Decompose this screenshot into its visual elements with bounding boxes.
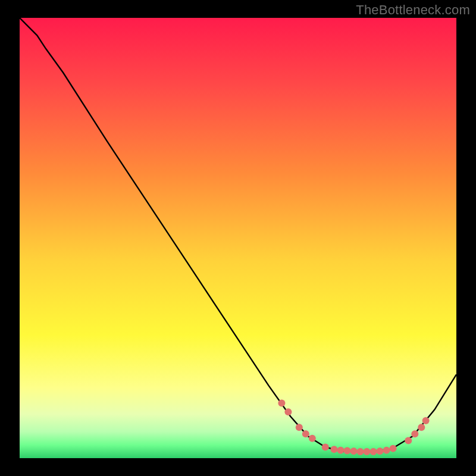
data-point xyxy=(405,437,412,444)
data-point xyxy=(322,444,329,451)
data-point xyxy=(337,447,345,454)
data-point xyxy=(383,447,390,454)
data-point xyxy=(390,445,397,452)
data-point xyxy=(284,408,292,415)
gradient-background xyxy=(20,18,456,458)
chart-svg xyxy=(20,18,456,458)
data-point xyxy=(377,447,384,455)
data-point xyxy=(364,448,371,455)
plot-area xyxy=(20,18,456,458)
data-point xyxy=(357,448,364,455)
data-point xyxy=(296,424,303,431)
data-point xyxy=(278,400,285,407)
data-point xyxy=(422,417,430,424)
data-point xyxy=(344,447,351,454)
chart-frame: TheBottleneck.com xyxy=(0,0,476,476)
data-point xyxy=(411,430,418,437)
data-point xyxy=(331,446,338,453)
data-point xyxy=(418,424,425,431)
data-point xyxy=(302,430,309,437)
watermark-text: TheBottleneck.com xyxy=(356,2,470,18)
data-point xyxy=(350,447,358,455)
data-point xyxy=(309,435,316,442)
data-point xyxy=(370,448,377,455)
